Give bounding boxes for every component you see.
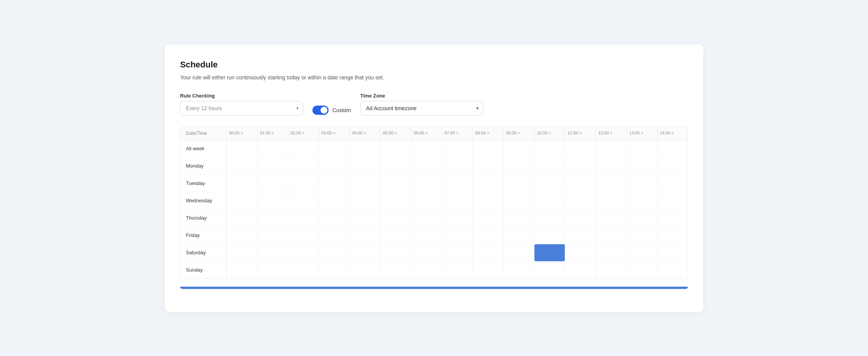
time-cell[interactable] bbox=[257, 227, 288, 244]
time-cell[interactable] bbox=[534, 210, 565, 227]
time-cell[interactable] bbox=[257, 244, 288, 261]
time-cell[interactable] bbox=[442, 175, 473, 192]
time-cell[interactable] bbox=[288, 158, 319, 175]
time-cell[interactable] bbox=[565, 192, 596, 209]
time-cell[interactable] bbox=[565, 140, 596, 157]
time-cell[interactable] bbox=[473, 262, 504, 279]
time-cell[interactable] bbox=[627, 227, 658, 244]
time-cell[interactable] bbox=[565, 227, 596, 244]
time-cell[interactable] bbox=[473, 192, 504, 209]
time-cell[interactable] bbox=[534, 227, 565, 244]
time-cell[interactable] bbox=[350, 175, 381, 192]
time-cell[interactable] bbox=[658, 158, 688, 175]
time-cell[interactable] bbox=[504, 158, 534, 175]
time-cell[interactable] bbox=[504, 192, 534, 209]
time-cell[interactable] bbox=[319, 175, 350, 192]
time-cell[interactable] bbox=[534, 244, 565, 261]
time-cell[interactable] bbox=[288, 227, 319, 244]
time-cell[interactable] bbox=[227, 210, 257, 227]
time-cell[interactable] bbox=[658, 210, 688, 227]
time-cell[interactable] bbox=[411, 175, 442, 192]
time-cell[interactable] bbox=[288, 192, 319, 209]
custom-toggle[interactable] bbox=[312, 106, 329, 115]
time-cell[interactable] bbox=[350, 262, 381, 279]
time-cell[interactable] bbox=[596, 158, 627, 175]
time-cell[interactable] bbox=[350, 140, 381, 157]
time-cell[interactable] bbox=[257, 192, 288, 209]
time-cell[interactable] bbox=[565, 175, 596, 192]
time-cell[interactable] bbox=[473, 244, 504, 261]
time-cell[interactable] bbox=[534, 262, 565, 279]
time-cell[interactable] bbox=[473, 140, 504, 157]
time-cell[interactable] bbox=[411, 192, 442, 209]
time-cell[interactable] bbox=[658, 244, 688, 261]
time-cell[interactable] bbox=[627, 175, 658, 192]
time-cell[interactable] bbox=[257, 175, 288, 192]
time-cell[interactable] bbox=[473, 158, 504, 175]
time-cell[interactable] bbox=[257, 210, 288, 227]
time-cell[interactable] bbox=[504, 262, 534, 279]
time-cell[interactable] bbox=[227, 192, 257, 209]
time-cell[interactable] bbox=[227, 227, 257, 244]
time-cell[interactable] bbox=[658, 262, 688, 279]
time-cell[interactable] bbox=[381, 175, 411, 192]
time-cell[interactable] bbox=[596, 192, 627, 209]
time-cell[interactable] bbox=[658, 175, 688, 192]
time-cell[interactable] bbox=[504, 244, 534, 261]
time-cell[interactable] bbox=[227, 175, 257, 192]
time-cell[interactable] bbox=[319, 210, 350, 227]
time-cell[interactable] bbox=[504, 227, 534, 244]
time-cell[interactable] bbox=[411, 227, 442, 244]
time-cell[interactable] bbox=[627, 158, 658, 175]
time-cell[interactable] bbox=[319, 158, 350, 175]
time-cell[interactable] bbox=[565, 244, 596, 261]
time-cell[interactable] bbox=[381, 192, 411, 209]
time-cell[interactable] bbox=[534, 140, 565, 157]
time-cell[interactable] bbox=[257, 140, 288, 157]
time-cell[interactable] bbox=[627, 244, 658, 261]
rule-checking-select[interactable]: Every 12 hours Every 6 hours Every 24 ho… bbox=[180, 101, 303, 116]
time-cell[interactable] bbox=[319, 227, 350, 244]
time-cell[interactable] bbox=[534, 192, 565, 209]
time-cell[interactable] bbox=[288, 244, 319, 261]
time-cell[interactable] bbox=[381, 227, 411, 244]
time-cell[interactable] bbox=[319, 140, 350, 157]
time-cell[interactable] bbox=[227, 158, 257, 175]
time-cell[interactable] bbox=[411, 244, 442, 261]
time-cell[interactable] bbox=[442, 244, 473, 261]
time-cell[interactable] bbox=[658, 227, 688, 244]
time-cell[interactable] bbox=[534, 158, 565, 175]
time-cell[interactable] bbox=[227, 262, 257, 279]
time-cell[interactable] bbox=[658, 192, 688, 209]
time-cell[interactable] bbox=[442, 262, 473, 279]
time-cell[interactable] bbox=[442, 192, 473, 209]
time-cell[interactable] bbox=[350, 158, 381, 175]
time-cell[interactable] bbox=[288, 175, 319, 192]
time-cell[interactable] bbox=[350, 227, 381, 244]
time-cell[interactable] bbox=[350, 210, 381, 227]
time-cell[interactable] bbox=[504, 210, 534, 227]
time-cell[interactable] bbox=[319, 262, 350, 279]
time-cell[interactable] bbox=[504, 175, 534, 192]
time-cell[interactable] bbox=[473, 227, 504, 244]
time-cell[interactable] bbox=[288, 210, 319, 227]
timezone-select[interactable]: Ad Account timezone UTC US/Eastern US/Pa… bbox=[360, 101, 483, 116]
time-cell[interactable] bbox=[596, 227, 627, 244]
time-cell[interactable] bbox=[411, 158, 442, 175]
time-cell[interactable] bbox=[381, 262, 411, 279]
time-cell[interactable] bbox=[288, 262, 319, 279]
time-cell[interactable] bbox=[596, 140, 627, 157]
time-cell[interactable] bbox=[658, 140, 688, 157]
time-cell[interactable] bbox=[534, 175, 565, 192]
time-cell[interactable] bbox=[442, 227, 473, 244]
time-cell[interactable] bbox=[473, 210, 504, 227]
time-cell[interactable] bbox=[227, 244, 257, 261]
time-cell[interactable] bbox=[319, 192, 350, 209]
time-cell[interactable] bbox=[473, 175, 504, 192]
time-cell[interactable] bbox=[596, 210, 627, 227]
time-cell[interactable] bbox=[381, 140, 411, 157]
time-cell[interactable] bbox=[596, 244, 627, 261]
time-cell[interactable] bbox=[350, 244, 381, 261]
time-cell[interactable] bbox=[442, 210, 473, 227]
time-cell[interactable] bbox=[596, 262, 627, 279]
